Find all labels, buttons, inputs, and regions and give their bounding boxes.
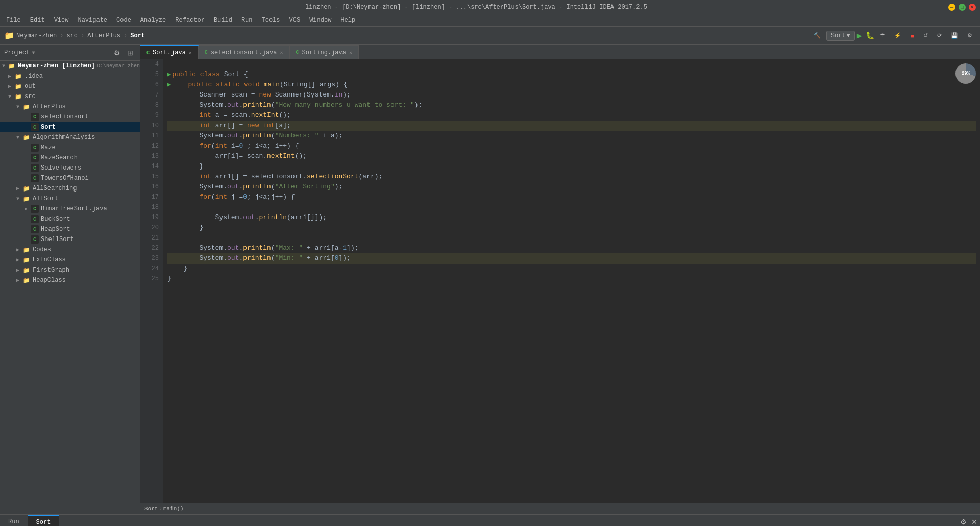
sidebar-item-bucksort[interactable]: C BuckSort [0,214,140,224]
run-panel-close-btn[interactable]: ✕ [969,516,980,527]
menu-run[interactable]: Run [237,16,257,25]
toolbar-settings-btn[interactable]: ⚙ [964,31,976,40]
sidebar-item-codes[interactable]: ▶ 📁 Codes [0,245,140,255]
toolbar: 📁 Neymar-zhen › src › AfterPlus › Sort 🔨… [0,27,980,45]
title-bar: linzhen - [D:\Neymar-zhen] - [linzhen] -… [0,0,980,14]
firstgraph-folder-icon: 📁 [22,266,31,274]
play-marker-6: ▶ [167,80,171,90]
tab-sorting[interactable]: C Sorting.java ✕ [290,45,359,59]
line-num-16: 16 [144,182,159,192]
menu-edit[interactable]: Edit [26,16,49,25]
sort-icon: C [31,123,39,131]
towersofhanoi-icon: C [31,174,39,182]
sidebar-item-allsearching[interactable]: ▶ 📁 AllSearching [0,183,140,194]
sidebar-item-solvetowers[interactable]: C SolveTowers [0,163,140,173]
tab-sorting-close[interactable]: ✕ [349,50,352,56]
menu-build[interactable]: Build [210,16,236,25]
sidebar-gear-icon[interactable]: ⚙ [111,47,122,58]
code-editor[interactable]: 4 5 6 7 8 9 10 11 12 13 14 15 16 17 18 1… [140,59,980,503]
line-num-18: 18 [144,202,159,212]
toolbar-update-btn[interactable]: ⟳ [934,31,945,40]
allsort-label: AllSort [33,195,58,202]
tab-sort-icon: C [146,50,150,56]
afterplus-folder-icon: 📁 [22,103,31,111]
menu-refactor[interactable]: Refactor [171,16,209,25]
minimize-button[interactable]: ─ [948,4,955,11]
sidebar-item-afterplus[interactable]: ▼ 📁 AfterPlus [0,102,140,112]
menu-window[interactable]: Window [305,16,335,25]
heapclass-folder-icon: 📁 [22,276,31,284]
binartreesort-icon: C [31,205,39,213]
src-arrow-icon: ▼ [8,94,14,100]
sidebar-item-mazesearch[interactable]: C MazeSearch [0,153,140,163]
code-line-15: int arr1[] = selectionsort.selectionSort… [167,172,976,182]
sidebar-item-selectionsort[interactable]: C selectionsort [0,112,140,122]
menu-navigate[interactable]: Navigate [74,16,111,25]
sidebar-item-shellsort[interactable]: C ShellSort [0,234,140,245]
line-num-25: 25 [144,274,159,284]
sidebar-item-maze[interactable]: C Maze [0,142,140,153]
close-button[interactable]: ✕ [969,4,976,11]
sidebar-item-src[interactable]: ▼ 📁 src [0,91,140,102]
menu-code[interactable]: Code [112,16,135,25]
run-tab-sort[interactable]: Sort [28,515,60,527]
line-num-8: 8 [144,100,159,110]
sidebar-item-idea[interactable]: ▶ 📁 .idea [0,71,140,81]
line-num-17: 17 [144,192,159,202]
tab-sort-close[interactable]: ✕ [189,50,192,56]
menu-file[interactable]: File [2,16,25,25]
sidebar-dropdown-icon: ▼ [32,50,35,56]
project-icon: 📁 [4,31,14,41]
toolbar-build-btn[interactable]: 🔨 [810,31,824,40]
code-line-24: } [167,264,976,274]
afterplus-label: AfterPlus [33,103,66,110]
menu-tools[interactable]: Tools [258,16,284,25]
tree-root[interactable]: ▼ 📁 Neymar-zhen [linzhen] D:\Neymar-zhen [0,61,140,71]
code-line-23: System.out.println("Min: " + arr1[0]); [167,253,976,264]
editor-area: C Sort.java ✕ C selectionsort.java ✕ C S… [140,45,980,514]
line-num-4: 4 [144,59,159,69]
tab-selectionsort[interactable]: C selectionsort.java ✕ [199,45,290,59]
code-line-20: } [167,223,976,233]
algo-folder-icon: 📁 [22,133,31,141]
sidebar-expand-icon[interactable]: ⊞ [125,47,136,58]
menu-vcs[interactable]: VCS [285,16,305,25]
sidebar: Project ▼ ⚙ ⊞ ▼ 📁 Neymar-zhen [linzhen] … [0,45,140,514]
menu-help[interactable]: Help [336,16,359,25]
breadcrumb-sep3: › [124,32,127,39]
sidebar-item-algorithmanalysis[interactable]: ▼ 📁 AlgorithmAnalysis [0,132,140,142]
code-line-19: System.out.println(arr1[j]); [167,212,976,223]
toolbar-rerun-btn[interactable]: ↺ [920,31,932,40]
run-panel-settings-btn[interactable]: ⚙ [958,516,969,527]
maximize-button[interactable]: □ [959,4,966,11]
algo-arrow-icon: ▼ [16,135,22,140]
sidebar-item-towersofhanoi[interactable]: C TowersOfHanoi [0,173,140,183]
menu-analyze[interactable]: Analyze [136,16,170,25]
toolbar-coverage-btn[interactable]: ☂ [876,31,889,40]
sort-config-button[interactable]: Sort ▼ [826,31,855,41]
sidebar-item-binartreesort[interactable]: ▶ C BinarTreeSort.java [0,204,140,214]
sort-config-dropdown-icon: ▼ [847,32,850,39]
toolbar-profile-btn[interactable]: ⚡ [891,31,905,40]
tab-sort[interactable]: C Sort.java ✕ [140,45,199,59]
run-button[interactable]: ▶ [857,31,862,41]
binartreesort-label: BinarTreeSort.java [41,205,107,212]
menu-view[interactable]: View [50,16,73,25]
sidebar-item-sort[interactable]: C Sort [0,122,140,132]
sidebar-item-heapclass[interactable]: ▶ 📁 HeapClass [0,275,140,285]
sidebar-item-allsort[interactable]: ▼ 📁 AllSort [0,194,140,204]
breadcrumb-arrow: › [159,506,162,512]
sidebar-item-heapsort[interactable]: C HeapSort [0,224,140,234]
toolbar-stop-btn[interactable]: ■ [907,31,918,40]
toolbar-save-btn[interactable]: 💾 [947,31,962,40]
sidebar-item-firstgraph[interactable]: ▶ 📁 FirstGraph [0,265,140,275]
run-tab-run[interactable]: Run [0,515,28,527]
code-content[interactable]: ▶ public class Sort { ▶ public static vo… [163,59,980,503]
sidebar-item-exlnclass[interactable]: ▶ 📁 ExlnClass [0,255,140,265]
code-line-7: Scanner scan = new Scanner(System.in); [167,90,976,100]
tab-selectionsort-close[interactable]: ✕ [280,50,283,56]
selectionsort-label: selectionsort [41,113,89,121]
code-line-18 [167,202,976,212]
debug-button[interactable]: 🐛 [866,31,874,40]
sidebar-item-out[interactable]: ▶ 📁 out [0,81,140,91]
